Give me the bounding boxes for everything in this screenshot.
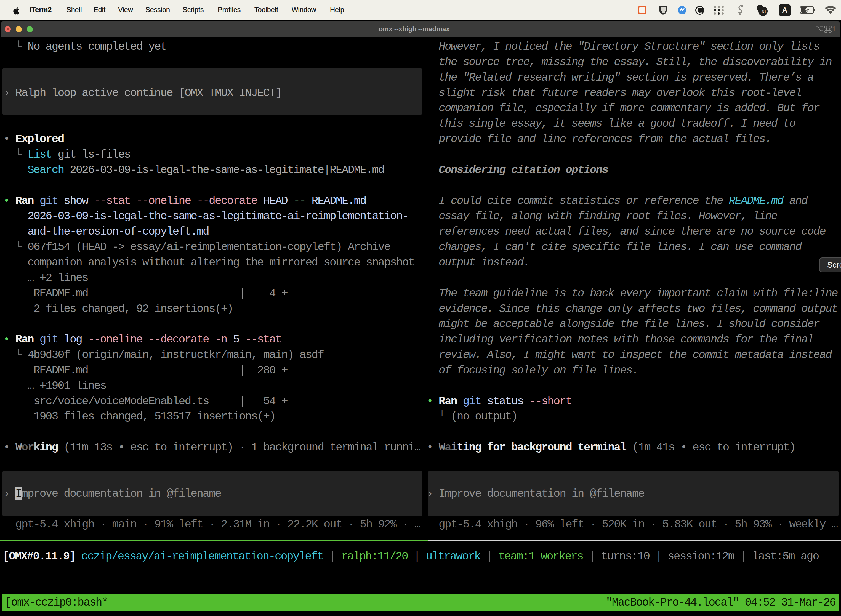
svg-text:..61: ..61	[759, 9, 766, 14]
svg-text:1: 1	[832, 25, 835, 33]
